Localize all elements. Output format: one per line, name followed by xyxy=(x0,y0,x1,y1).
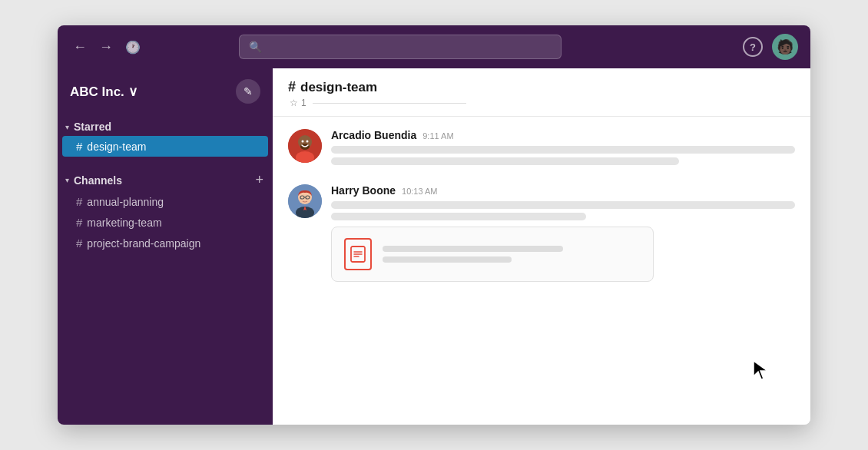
nav-buttons: ← → 🕐 xyxy=(70,36,144,58)
compose-button[interactable]: ✎ xyxy=(236,79,260,104)
avatar-harry xyxy=(288,184,322,218)
message-author-arcadio: Arcadio Buendia xyxy=(331,129,416,141)
channel-hash-icon: # xyxy=(288,79,296,95)
message-header-harry: Harry Boone 10:13 AM xyxy=(331,184,795,197)
hash-icon: # xyxy=(76,237,82,250)
starred-section-header[interactable]: ▾ Starred xyxy=(58,117,273,136)
file-info xyxy=(383,246,641,263)
file-attachment[interactable] xyxy=(331,227,654,282)
svg-point-5 xyxy=(306,141,309,143)
hash-icon: # xyxy=(76,195,82,208)
channel-title-text: design-team xyxy=(300,80,377,95)
channel-name-label: annual-planning xyxy=(87,196,164,208)
file-size-line xyxy=(383,256,512,263)
search-bar[interactable]: 🔍 xyxy=(239,35,562,59)
channels-section-label: Channels xyxy=(74,174,250,187)
message-time-harry: 10:13 AM xyxy=(402,187,437,196)
starred-section: ▾ Starred # design-team xyxy=(58,111,273,163)
workspace-name[interactable]: ABC Inc. ∨ xyxy=(70,84,137,100)
sidebar-item-annual-planning[interactable]: # annual-planning xyxy=(58,191,273,212)
messages-area: Arcadio Buendia 9:11 AM xyxy=(273,117,810,425)
channel-meta: ☆ 1 xyxy=(288,98,795,108)
message-line xyxy=(331,213,586,220)
hash-icon: # xyxy=(76,140,82,153)
channel-name-label: design-team xyxy=(87,141,146,153)
starred-section-label: Starred xyxy=(74,121,263,133)
sidebar-header: ABC Inc. ∨ ✎ xyxy=(58,68,273,111)
message-line xyxy=(331,201,795,209)
file-name-line xyxy=(383,246,563,252)
chat-panel: # design-team ☆ 1 xyxy=(273,68,810,425)
help-button[interactable]: ? xyxy=(743,37,763,57)
message-content-arcadio: Arcadio Buendia 9:11 AM xyxy=(331,129,795,169)
back-button[interactable]: ← xyxy=(70,36,90,58)
hash-icon: # xyxy=(76,216,82,229)
channels-arrow-icon: ▾ xyxy=(65,176,69,184)
sidebar: ABC Inc. ∨ ✎ ▾ Starred # design-team xyxy=(58,68,273,425)
chat-header: # design-team ☆ 1 xyxy=(273,68,810,117)
search-icon: 🔍 xyxy=(249,41,262,53)
message-time-arcadio: 9:11 AM xyxy=(422,131,453,141)
message-author-harry: Harry Boone xyxy=(331,184,396,197)
star-count: ☆ 1 xyxy=(290,98,306,108)
app-window: ← → 🕐 🔍 ? 🧑🏿 ABC Inc. ∨ ✎ xyxy=(58,25,810,425)
workspace-arrow: ∨ xyxy=(124,84,137,99)
avatar-arcadio xyxy=(288,129,322,163)
starred-arrow-icon: ▾ xyxy=(65,123,69,131)
channel-name-label: marketing-team xyxy=(87,217,161,229)
message-arcadio: Arcadio Buendia 9:11 AM xyxy=(288,129,795,169)
main-content: ABC Inc. ∨ ✎ ▾ Starred # design-team xyxy=(58,68,810,425)
sidebar-item-project-brand-campaign[interactable]: # project-brand-campaign xyxy=(58,233,273,253)
title-bar-right: ? 🧑🏿 xyxy=(743,34,798,60)
channels-section-header[interactable]: ▾ Channels + xyxy=(58,169,273,191)
user-avatar[interactable]: 🧑🏿 xyxy=(772,34,798,60)
pdf-icon xyxy=(344,238,372,270)
star-count-number: 1 xyxy=(301,98,306,108)
add-channel-button[interactable]: + xyxy=(255,172,263,188)
history-button[interactable]: 🕐 xyxy=(122,37,144,58)
forward-button[interactable]: → xyxy=(96,36,116,58)
sidebar-item-design-team[interactable]: # design-team xyxy=(62,136,268,157)
channels-section: ▾ Channels + # annual-planning # marketi… xyxy=(58,163,273,260)
channel-title: # design-team xyxy=(288,79,795,95)
message-line xyxy=(331,157,679,165)
channel-name-label: project-brand-campaign xyxy=(87,237,200,250)
message-line xyxy=(331,146,795,154)
star-icon: ☆ xyxy=(290,98,298,108)
message-header-arcadio: Arcadio Buendia 9:11 AM xyxy=(331,129,795,141)
svg-point-4 xyxy=(302,141,304,143)
header-divider xyxy=(313,103,466,104)
sidebar-item-marketing-team[interactable]: # marketing-team xyxy=(58,212,273,233)
message-content-harry: Harry Boone 10:13 AM xyxy=(331,184,795,282)
message-harry: Harry Boone 10:13 AM xyxy=(288,184,795,282)
title-bar: ← → 🕐 🔍 ? 🧑🏿 xyxy=(58,25,810,68)
